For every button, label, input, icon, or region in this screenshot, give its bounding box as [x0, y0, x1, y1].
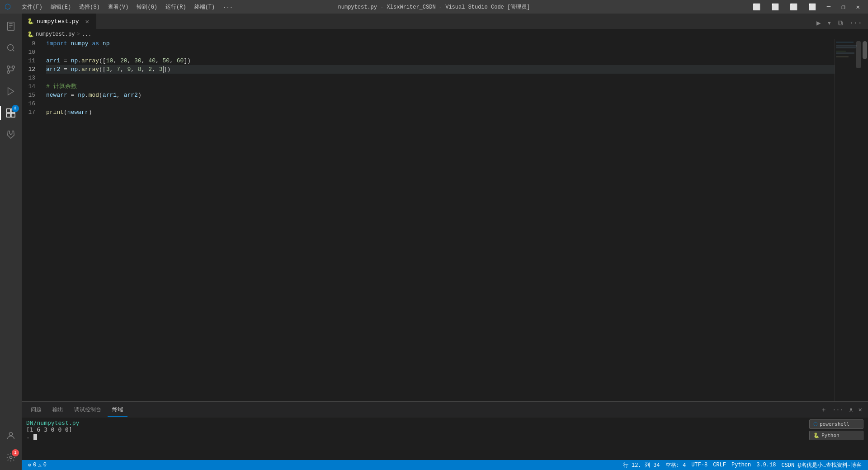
minimize-btn[interactable]: ─ — [823, 1, 834, 12]
errors-icon: ⊗ — [28, 462, 31, 469]
activity-source-control[interactable] — [0, 59, 22, 80]
python-version-label: 3.9.18 — [756, 462, 776, 468]
close-btn[interactable]: ✕ — [853, 1, 863, 13]
tab-file-icon: 🐍 — [27, 18, 34, 25]
status-language[interactable]: Python — [729, 460, 754, 470]
tab-problems[interactable]: 问题 — [26, 403, 46, 416]
menu-edit[interactable]: 编辑(E) — [47, 2, 75, 12]
token-num: 3 — [159, 65, 163, 74]
tab-label: numpytest.py — [37, 18, 79, 25]
token-punc: , — [120, 65, 127, 74]
layout-btn4[interactable]: ⬜ — [805, 1, 820, 13]
status-csdn[interactable]: CSDN @名优是小…查找资料-博客 — [778, 460, 864, 470]
vscode-icon: ⬡ — [5, 2, 11, 11]
token-punc: , — [117, 91, 124, 99]
language-label: Python — [731, 462, 751, 468]
activity-search[interactable] — [0, 37, 22, 59]
code-editor[interactable]: 91011121314151617 import numpy as np arr… — [22, 39, 868, 401]
panel-up-btn[interactable]: ∧ — [848, 404, 854, 415]
menu-more[interactable]: ... — [219, 3, 236, 11]
menu-file[interactable]: 文件(F) — [18, 2, 46, 12]
svg-point-4 — [7, 71, 10, 74]
token-punc: ]) — [184, 56, 191, 65]
svg-marker-5 — [8, 88, 14, 95]
layout-btn[interactable]: ⬜ — [749, 1, 764, 13]
panel-close-btn[interactable]: ✕ — [857, 404, 863, 415]
python-icon: 🐍 — [813, 432, 820, 438]
svg-point-11 — [9, 456, 12, 459]
token-punc: . — [78, 65, 81, 74]
layout-btn2[interactable]: ⬜ — [768, 1, 783, 13]
cursor-pos-label: 行 12, 列 34 — [623, 461, 660, 469]
token-punc: , — [109, 65, 117, 74]
token-num: 30 — [134, 56, 142, 65]
scrollbar[interactable] — [862, 39, 868, 401]
token-cm: # 计算余数 — [46, 82, 77, 91]
menu-terminal[interactable]: 终端(T) — [191, 2, 219, 12]
python-label: Python — [821, 432, 840, 438]
tab-terminal[interactable]: 终端 — [108, 403, 127, 417]
status-python-version[interactable]: 3.9.18 — [754, 460, 778, 470]
split-editor-btn[interactable]: ⧉ — [835, 18, 845, 29]
activity-testing[interactable] — [0, 124, 22, 146]
activity-bar-bottom: 1 — [0, 425, 22, 470]
csdn-label: CSDN @名优是小…查找资料-博客 — [781, 461, 862, 469]
activity-extensions[interactable]: 2 — [0, 102, 22, 124]
token-kw: import — [46, 39, 71, 48]
more-actions-btn[interactable]: ··· — [847, 18, 864, 28]
terminal-main[interactable]: DN/numpytest.py [1 6 3 0 0 0] . — [26, 419, 805, 440]
status-encoding[interactable]: UTF-8 — [689, 460, 710, 470]
add-terminal-btn[interactable]: ＋ — [819, 404, 828, 415]
menu-select[interactable]: 选择(S) — [75, 2, 104, 12]
activity-settings[interactable]: 1 — [0, 446, 22, 468]
layout-btn3[interactable]: ⬜ — [786, 1, 801, 13]
python-session[interactable]: 🐍 Python — [809, 431, 863, 440]
extensions-badge: 2 — [12, 105, 19, 112]
status-errors[interactable]: ⊗ 0 ⚠ 0 — [25, 460, 49, 470]
menu-goto[interactable]: 转到(G) — [133, 2, 161, 12]
breadcrumb-file[interactable]: numpytest.py — [36, 31, 75, 38]
terminal-cursor — [33, 434, 37, 440]
token-num: 20 — [120, 56, 127, 65]
tab-close-btn[interactable]: ✕ — [84, 18, 91, 25]
token-num: 40 — [148, 56, 156, 65]
token-var: numpy — [71, 39, 92, 48]
status-cursor-pos[interactable]: 行 12, 列 34 — [620, 460, 663, 470]
activity-accounts[interactable] — [0, 425, 22, 446]
tab-output[interactable]: 输出 — [48, 403, 68, 416]
token-var: np — [103, 39, 110, 48]
token-punc: ) — [89, 108, 92, 117]
tab-numpytest[interactable]: 🐍 numpytest.py ✕ — [22, 14, 96, 29]
menu-run[interactable]: 运行(R) — [162, 2, 190, 12]
token-fn: array — [81, 65, 99, 74]
powershell-icon: ⬡ — [813, 421, 818, 427]
code-line-12: arr2 = np.array([3, 7, 9, 8, 2, 3]) — [46, 65, 835, 74]
token-var: arr2 — [46, 65, 60, 74]
run-dropdown[interactable]: ▾ — [825, 17, 834, 29]
line-number-10: 10 — [22, 48, 40, 56]
breadcrumb-sep: > — [76, 31, 80, 38]
token-punc: ) — [138, 91, 142, 99]
powershell-session[interactable]: ⬡ powershell — [809, 419, 863, 429]
token-num: 10 — [106, 56, 113, 65]
status-line-ending[interactable]: CRLF — [710, 460, 729, 470]
code-content[interactable]: import numpy as np arr1 = np.array([10, … — [44, 39, 835, 401]
svg-rect-0 — [8, 22, 14, 30]
maximize-btn[interactable]: ❐ — [838, 1, 849, 13]
status-indentation[interactable]: 空格: 4 — [663, 460, 689, 470]
panel-content[interactable]: DN/numpytest.py [1 6 3 0 0 0] . ⬡ powers… — [22, 418, 868, 460]
encoding-label: UTF-8 — [691, 462, 708, 468]
run-btn[interactable]: ▶ — [814, 17, 823, 29]
main-container: 2 1 — [0, 14, 868, 470]
code-line-10 — [46, 48, 835, 56]
breadcrumb-context[interactable]: ... — [82, 31, 92, 38]
activity-explorer[interactable] — [0, 15, 22, 37]
token-var: np — [71, 65, 78, 74]
token-punc: . — [85, 91, 89, 99]
powershell-label: powershell — [820, 421, 849, 427]
menu-view[interactable]: 查看(V) — [104, 2, 132, 12]
title-bar: ⬡ 文件(F) 编辑(E) 选择(S) 查看(V) 转到(G) 运行(R) 终端… — [0, 0, 868, 14]
tab-debug-console[interactable]: 调试控制台 — [70, 403, 106, 416]
panel-more-btn[interactable]: ··· — [831, 405, 845, 415]
activity-run-debug[interactable] — [0, 80, 22, 102]
